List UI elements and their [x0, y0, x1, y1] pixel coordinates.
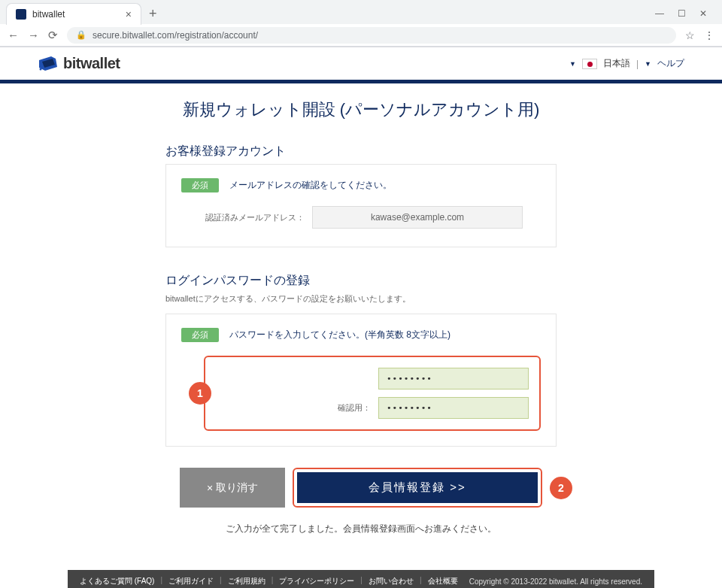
new-tab-button[interactable]: + — [141, 6, 165, 22]
browser-chrome: bitwallet × + — ☐ ✕ ← → ⟳ 🔒 secure.bitwa… — [0, 0, 722, 47]
chevron-down-icon[interactable]: ▼ — [645, 60, 651, 68]
section-heading-account: お客様登録アカウント — [165, 144, 632, 159]
svg-point-0 — [41, 66, 44, 69]
lock-icon: 🔒 — [76, 30, 86, 40]
flag-japan-icon — [582, 59, 597, 69]
cancel-button[interactable]: × 取り消す — [180, 468, 285, 508]
required-badge: 必須 — [181, 328, 219, 342]
confirm-label: 確認用： — [265, 402, 371, 414]
menu-icon[interactable]: ⋮ — [704, 29, 714, 41]
footer-link[interactable]: お問い合わせ — [369, 576, 414, 586]
action-buttons: × 取り消す 会員情報登録 >> 2 — [165, 468, 557, 508]
email-field — [312, 206, 523, 229]
minimize-icon[interactable]: — — [655, 8, 664, 19]
callout-1: 1 — [189, 382, 211, 405]
tab-title: bitwallet — [32, 9, 65, 20]
chevron-down-icon[interactable]: ▼ — [569, 60, 576, 68]
reload-icon[interactable]: ⟳ — [48, 29, 58, 42]
close-tab-icon[interactable]: × — [126, 8, 132, 20]
language-label[interactable]: 日本語 — [603, 57, 630, 70]
submit-highlight-box: 会員情報登録 >> 2 — [293, 468, 542, 508]
page-header: bitwallet ▼ 日本語 | ▼ ヘルプ — [38, 47, 684, 80]
svg-point-1 — [40, 68, 42, 70]
bookmark-icon[interactable]: ☆ — [685, 29, 695, 41]
back-icon[interactable]: ← — [8, 29, 19, 41]
section-heading-password: ログインパスワードの登録 — [165, 273, 632, 289]
logo-text: bitwallet — [63, 55, 120, 72]
copyright: Copyright © 2013-2022 bitwallet. All rig… — [469, 577, 642, 586]
close-icon: × — [207, 482, 213, 494]
required-text: パスワードを入力してください。(半角英数 8文字以上) — [229, 329, 450, 341]
password-highlight-box: 1 確認用： — [204, 356, 541, 431]
maximize-icon[interactable]: ☐ — [678, 8, 686, 19]
logo[interactable]: bitwallet — [38, 55, 120, 72]
password-panel: 必須 パスワードを入力してください。(半角英数 8文字以上) 1 確認用： — [165, 314, 557, 447]
account-panel: 必須 メールアドレスの確認をしてください。 認証済みメールアドレス： — [165, 164, 557, 247]
wallet-icon — [38, 56, 59, 72]
help-link[interactable]: ヘルプ — [657, 57, 684, 70]
footer-link[interactable]: プライバシーポリシー — [279, 576, 354, 586]
password-input[interactable] — [378, 368, 529, 389]
required-text: メールアドレスの確認をしてください。 — [229, 179, 392, 192]
password-subtext: bitwalletにアクセスする、パスワードの設定をお願いいたします。 — [165, 293, 632, 305]
cancel-label: 取り消す — [216, 481, 258, 495]
close-window-icon[interactable]: ✕ — [699, 8, 707, 19]
address-bar[interactable]: 🔒 secure.bitwallet.com/registration/acco… — [67, 27, 676, 44]
browser-tab[interactable]: bitwallet × — [6, 3, 141, 25]
footer-link[interactable]: ご利用規約 — [228, 576, 265, 586]
footer-link[interactable]: ご利用ガイド — [168, 576, 214, 586]
page-title: 新規ウォレット開設 (パーソナルアカウント用) — [90, 99, 632, 121]
forward-icon[interactable]: → — [28, 29, 39, 41]
confirm-password-input[interactable] — [378, 397, 529, 419]
required-badge: 必須 — [181, 178, 219, 192]
footer-link[interactable]: よくあるご質問 (FAQ) — [80, 576, 154, 586]
completion-text: ご入力が全て完了しました。会員情報登録画面へお進みください。 — [90, 523, 632, 535]
footer: よくあるご質問 (FAQ) | ご利用ガイド | ご利用規約 | プライバシーポ… — [68, 570, 654, 588]
favicon-icon — [16, 9, 26, 20]
footer-link[interactable]: 会社概要 — [428, 576, 458, 586]
url-text: secure.bitwallet.com/registration/accoun… — [93, 30, 258, 41]
separator: | — [636, 59, 639, 69]
email-label: 認証済みメールアドレス： — [199, 212, 305, 223]
callout-2: 2 — [550, 477, 572, 499]
submit-button[interactable]: 会員情報登録 >> — [297, 472, 538, 503]
